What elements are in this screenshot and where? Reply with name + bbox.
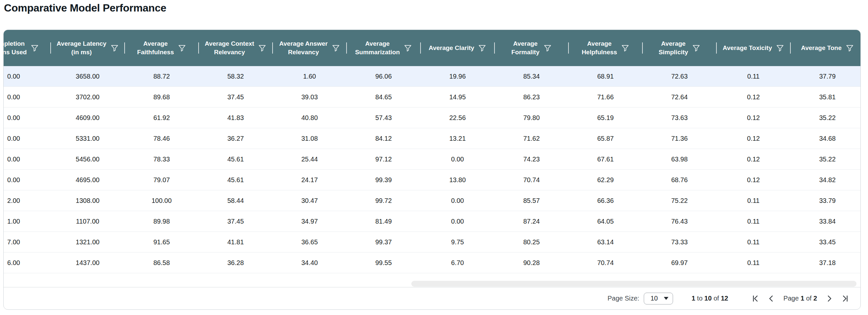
table-cell: 0.00 xyxy=(4,149,51,169)
column-header-label: Average Toxicity xyxy=(723,44,772,52)
table-body: 0.003658.0088.7258.321.6096.0619.9685.34… xyxy=(4,66,861,273)
table-cell: 96.06 xyxy=(346,66,421,87)
table-cell: 84.65 xyxy=(346,87,421,107)
table-row[interactable]: 6.001437.0086.5836.2834.4099.556.7090.28… xyxy=(4,253,861,273)
table-cell: 90.28 xyxy=(495,253,568,273)
table-cell: 57.43 xyxy=(346,107,421,128)
table-cell: 1.60 xyxy=(273,66,346,87)
table-cell: 68.91 xyxy=(568,66,643,87)
table-cell: 58.44 xyxy=(198,190,273,211)
table-cell: 1107.00 xyxy=(51,211,125,231)
table-cell: 14.95 xyxy=(421,87,495,107)
column-header-average-summarization[interactable]: AverageSummarization xyxy=(346,30,421,66)
table-row[interactable]: 1.001107.0089.9837.4534.9781.490.0087.24… xyxy=(4,211,861,232)
page-size-select[interactable]: 10 xyxy=(644,293,673,305)
table-cell: 0.12 xyxy=(716,149,790,169)
table-cell: 41.83 xyxy=(198,107,273,128)
table-cell: 35.22 xyxy=(790,107,861,128)
column-header-average-simplicity[interactable]: AverageSimplicity xyxy=(643,30,716,66)
column-header-average-answer-relevancy[interactable]: Average AnswerRelevancy xyxy=(273,30,346,66)
table-row[interactable]: 0.004609.0061.9241.8340.8057.4322.5679.8… xyxy=(4,107,861,128)
table-cell: 87.24 xyxy=(495,211,568,231)
table-cell: 97.12 xyxy=(346,149,421,169)
table-row[interactable]: 2.001308.00100.0058.4430.4799.720.0085.5… xyxy=(4,190,861,211)
column-header-label: Average Clarity xyxy=(429,44,474,52)
table-cell: 33.79 xyxy=(790,190,861,211)
column-header-average-formality[interactable]: AverageFormality xyxy=(495,30,568,66)
column-header-label: Average Latency(in ms) xyxy=(57,39,106,57)
filter-icon[interactable] xyxy=(478,44,486,52)
table-cell: 1437.00 xyxy=(51,253,125,273)
filter-icon[interactable] xyxy=(404,44,412,52)
table-cell: 99.55 xyxy=(346,253,421,273)
table-cell: 72.63 xyxy=(643,66,716,87)
filter-icon[interactable] xyxy=(258,44,266,52)
table-row[interactable]: 0.003658.0088.7258.321.6096.0619.9685.34… xyxy=(4,66,861,87)
table-cell: 71.62 xyxy=(495,128,568,149)
grid-scrolled-content: CompletionTokens UsedAverage Latency(in … xyxy=(4,30,861,273)
table-cell: 63.14 xyxy=(568,232,643,252)
grid-viewport: CompletionTokens UsedAverage Latency(in … xyxy=(4,30,861,273)
filter-icon[interactable] xyxy=(846,44,854,52)
column-header-completion-tokens-used[interactable]: CompletionTokens Used xyxy=(4,30,51,66)
filter-icon[interactable] xyxy=(31,44,39,52)
table-row[interactable]: 0.005456.0078.3345.6125.4497.120.0074.23… xyxy=(4,149,861,170)
column-header-average-helpfulness[interactable]: AverageHelpfulness xyxy=(568,30,643,66)
filter-icon[interactable] xyxy=(111,44,119,52)
table-cell: 89.98 xyxy=(125,211,198,231)
table-cell: 88.72 xyxy=(125,66,198,87)
table-cell: 78.33 xyxy=(125,149,198,169)
table-cell: 0.00 xyxy=(421,211,495,231)
table-cell: 66.36 xyxy=(568,190,643,211)
filter-icon[interactable] xyxy=(178,44,186,52)
filter-icon[interactable] xyxy=(692,44,700,52)
column-header-average-tone[interactable]: Average Tone xyxy=(790,30,861,66)
column-header-label: AverageSummarization xyxy=(355,39,400,57)
table-cell: 1.00 xyxy=(4,211,51,231)
table-cell: 0.11 xyxy=(716,253,790,273)
table-cell: 45.61 xyxy=(198,149,273,169)
filter-icon[interactable] xyxy=(621,44,629,52)
table-cell: 24.17 xyxy=(273,170,346,190)
table-cell: 70.74 xyxy=(568,253,643,273)
table-cell: 75.22 xyxy=(643,190,716,211)
column-header-average-toxicity[interactable]: Average Toxicity xyxy=(716,30,790,66)
table-row[interactable]: 0.003702.0089.6837.4539.0384.6514.9586.2… xyxy=(4,87,861,107)
next-page-button[interactable] xyxy=(823,292,835,305)
filter-icon[interactable] xyxy=(776,44,784,52)
pagination-nav: Page 1 of 2 xyxy=(749,292,851,305)
table-row[interactable]: 0.004695.0079.0745.6124.1799.3913.8070.7… xyxy=(4,170,861,190)
horizontal-scrollbar-thumb[interactable] xyxy=(411,281,857,287)
first-page-icon xyxy=(751,294,760,303)
table-cell: 0.00 xyxy=(4,170,51,190)
table-cell: 72.64 xyxy=(643,87,716,107)
table-cell: 0.11 xyxy=(716,232,790,252)
table-cell: 0.00 xyxy=(4,66,51,87)
table-cell: 78.46 xyxy=(125,128,198,149)
table-cell: 71.36 xyxy=(643,128,716,149)
table-cell: 13.21 xyxy=(421,128,495,149)
table-cell: 73.33 xyxy=(643,232,716,252)
filter-icon[interactable] xyxy=(332,44,340,52)
table-cell: 65.19 xyxy=(568,107,643,128)
range-total: 12 xyxy=(721,294,728,302)
column-header-average-latency[interactable]: Average Latency(in ms) xyxy=(51,30,125,66)
page-word: Page xyxy=(783,294,799,302)
first-page-button[interactable] xyxy=(749,292,762,305)
table-panel: CompletionTokens UsedAverage Latency(in … xyxy=(3,30,861,310)
previous-page-button[interactable] xyxy=(765,292,778,305)
table-row[interactable]: 0.005331.0078.4636.2731.0884.1213.2171.6… xyxy=(4,128,861,149)
table-cell: 5456.00 xyxy=(51,149,125,169)
table-cell: 85.57 xyxy=(495,190,568,211)
table-row[interactable]: 7.001321.0091.6541.8136.6599.379.7580.25… xyxy=(4,232,861,253)
filter-icon[interactable] xyxy=(544,44,552,52)
table-cell: 79.80 xyxy=(495,107,568,128)
last-page-button[interactable] xyxy=(839,292,851,305)
table-cell: 1308.00 xyxy=(51,190,125,211)
horizontal-scrollbar xyxy=(4,280,861,287)
range-to-word: to xyxy=(697,294,703,302)
column-header-average-clarity[interactable]: Average Clarity xyxy=(421,30,495,66)
table-cell: 91.65 xyxy=(125,232,198,252)
column-header-average-faithfulness[interactable]: AverageFaithfulness xyxy=(125,30,198,66)
column-header-average-context-relevancy[interactable]: Average ContextRelevancy xyxy=(198,30,273,66)
